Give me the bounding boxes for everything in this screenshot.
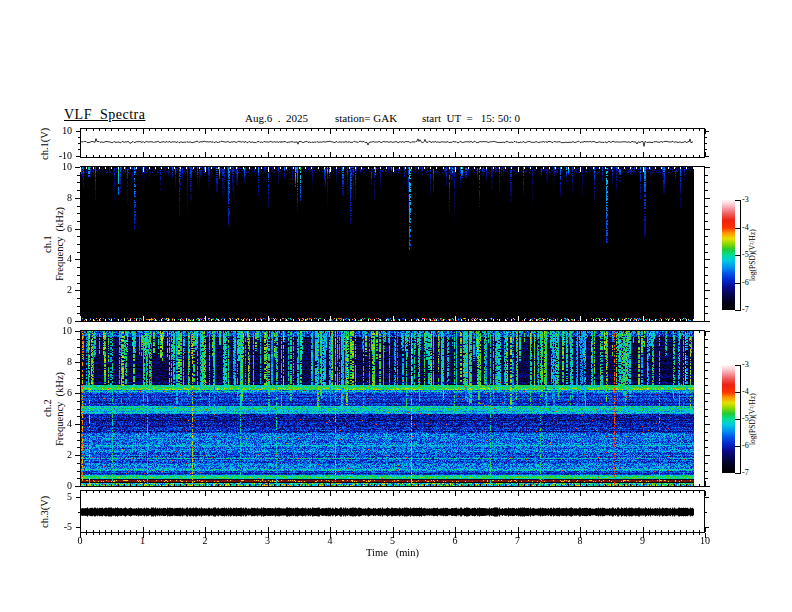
plot-start-ut: start UT = 15: 50: 0 <box>422 112 520 124</box>
ch1-voltage-trace-canvas <box>81 129 694 157</box>
ch2-colorbar-label: log(PSD)(V²/Hz) <box>747 365 757 473</box>
ch3-voltage-tick-label: 5 <box>50 491 72 502</box>
ch1-spectrogram-ylabel: Frequency (kHz) <box>53 166 66 322</box>
time-tick-label: 2 <box>195 535 215 546</box>
ch1-voltage-tick-label: 10 <box>50 125 72 136</box>
ch2-freq-tick-label: 8 <box>50 356 72 367</box>
ch1-spectrogram-channel-label: ch.1 <box>41 166 53 322</box>
ch1-spectrogram-canvas <box>81 167 694 321</box>
ch1-freq-tick-label: 6 <box>50 223 72 234</box>
ch2-colorbar <box>722 365 735 473</box>
ch2-freq-tick-label: 6 <box>50 387 72 398</box>
time-tick-label: 5 <box>383 535 403 546</box>
ch1-freq-tick-label: 10 <box>50 161 72 172</box>
plot-title: VLF Spectra <box>64 107 145 123</box>
plot-station: station= GAK <box>335 112 397 124</box>
ch2-spectrogram-canvas <box>81 331 694 486</box>
ch1-colorbar <box>722 200 735 310</box>
ch3-voltage-tick-label: -5 <box>50 521 72 532</box>
ch1-freq-tick-label: 4 <box>50 253 72 264</box>
time-tick-label: 8 <box>570 535 590 546</box>
time-tick-label: 0 <box>70 535 90 546</box>
ch2-colorbar-gradient <box>722 365 735 473</box>
ch2-freq-tick-label: 0 <box>50 480 72 491</box>
time-axis-title: Time (min) <box>80 547 705 558</box>
time-tick-label: 7 <box>508 535 528 546</box>
ch3-voltage-panel <box>80 490 705 533</box>
ch1-freq-tick-label: 2 <box>50 284 72 295</box>
time-tick-label: 10 <box>695 535 715 546</box>
ch1-colorbar-label: log(PSD)(V²/Hz) <box>747 200 757 310</box>
ch1-voltage-tick-label: -10 <box>50 150 72 161</box>
ch2-spectrogram-panel <box>80 330 705 487</box>
ch1-colorbar-gradient <box>722 200 735 310</box>
time-tick-label: 9 <box>633 535 653 546</box>
ch3-voltage-trace-canvas <box>81 491 694 532</box>
ch2-freq-tick-label: 4 <box>50 418 72 429</box>
ch1-spectrogram-panel <box>80 166 705 322</box>
time-tick-label: 6 <box>445 535 465 546</box>
ch2-freq-tick-label: 10 <box>50 325 72 336</box>
ch2-spectrogram-channel-label: ch.2 <box>41 330 53 487</box>
ch1-freq-tick-label: 8 <box>50 192 72 203</box>
ch1-voltage-panel <box>80 128 705 158</box>
time-tick-label: 1 <box>133 535 153 546</box>
ch2-spectrogram-ylabel: Frequency (kHz) <box>53 330 66 487</box>
time-tick-label: 4 <box>320 535 340 546</box>
ch2-freq-tick-label: 2 <box>50 449 72 460</box>
plot-date: Aug.6 . 2025 <box>245 112 308 124</box>
time-tick-label: 3 <box>258 535 278 546</box>
vlf-spectra-figure: VLF Spectra Aug.6 . 2025 station= GAK st… <box>0 0 792 612</box>
